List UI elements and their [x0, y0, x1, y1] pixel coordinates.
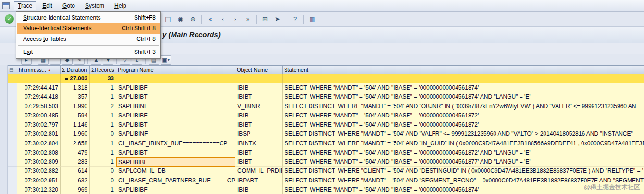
cell-records[interactable]: 1 — [90, 92, 116, 102]
row-select-cell[interactable] — [8, 139, 17, 148]
selection-column-header[interactable]: ▤ — [8, 66, 17, 74]
row-select-cell[interactable] — [8, 167, 17, 176]
cell-time[interactable]: 07:29:58.503 — [17, 102, 61, 111]
cell-time[interactable]: 07:30:02.951 — [17, 176, 61, 185]
cell-object-name[interactable]: IBIBT — [235, 148, 283, 157]
cell-records[interactable]: 1 — [90, 111, 116, 120]
cell-program-name[interactable]: SAPLIBINF — [116, 129, 235, 139]
cell-time[interactable]: 07:30:00.485 — [17, 111, 61, 120]
last-page-button[interactable]: » — [242, 13, 253, 25]
cell-duration[interactable]: 1.990 — [61, 102, 90, 111]
row-select-cell[interactable] — [8, 176, 17, 185]
table-row[interactable]: 07:30:02.9516320CL_IBASE_CRM_PARTNER3_BU… — [8, 176, 644, 185]
cell-time[interactable]: 07:29:44.418 — [17, 92, 61, 102]
cell-statement[interactable]: SELECT DISTINCT WHERE "CLIENT" = '504' A… — [283, 167, 644, 176]
cell-statement[interactable]: SELECT DISTINCT WHERE "MANDT" = '504' AN… — [283, 102, 644, 111]
cell-statement[interactable]: SELECT WHERE "MANDT" = '504' AND "IBASE"… — [283, 148, 644, 157]
cell-time[interactable]: 07:29:44.417 — [17, 83, 61, 92]
table-row[interactable]: 07:29:44.4171.3181SAPLIBIBFIBIBSELECT WH… — [8, 83, 644, 92]
cell-program-name[interactable]: SAPLIBIBF — [116, 185, 235, 194]
cell-duration[interactable]: 479 — [61, 148, 90, 157]
table-row[interactable]: 07:30:02.8084791SAPLIBIBTIBIBTSELECT WHE… — [8, 148, 644, 157]
find-button[interactable]: ◉ — [175, 13, 186, 25]
cell-time[interactable]: 07:30:02.882 — [17, 167, 61, 176]
cell-object-name[interactable]: IBIB — [235, 83, 283, 92]
column-header-records[interactable]: ΣRecords — [90, 66, 116, 74]
row-select-cell[interactable] — [8, 111, 17, 120]
cell-time[interactable]: 07:30:12.320 — [17, 185, 61, 194]
column-header-object[interactable]: Object Name — [235, 66, 283, 74]
cell-time[interactable]: 07:30:02.804 — [17, 139, 61, 148]
row-select-cell[interactable] — [8, 148, 17, 157]
row-select-cell[interactable] — [8, 120, 17, 129]
cell-records[interactable]: 1 — [90, 120, 116, 129]
cell-duration[interactable]: 594 — [61, 111, 90, 120]
cell-records[interactable]: 0 — [90, 167, 116, 176]
menu-edit[interactable]: Edit — [38, 1, 56, 10]
row-select-cell[interactable] — [8, 129, 17, 139]
cell-time[interactable]: 07:30:02.808 — [17, 148, 61, 157]
screen-icon[interactable] — [2, 2, 10, 9]
cell-records[interactable]: 0 — [90, 176, 116, 185]
print-button[interactable]: ▤ — [162, 13, 173, 25]
column-header-time[interactable]: hh:mm:ss...▲ — [17, 66, 61, 74]
column-header-statement[interactable]: Statement — [283, 66, 644, 74]
cell-object-name[interactable]: IBPART — [235, 176, 283, 185]
row-select-cell[interactable] — [8, 83, 17, 92]
cell-object-name[interactable]: IBIB — [235, 185, 283, 194]
cell-duration[interactable]: 632 — [61, 176, 90, 185]
cell-object-name[interactable]: IBIBT — [235, 120, 283, 129]
cell-program-name[interactable]: SAPLIBIBT — [116, 92, 235, 102]
table-row[interactable]: 07:29:44.4183571SAPLIBIBTIBIBTSELECT WHE… — [8, 92, 644, 102]
cell-object-name[interactable]: IBIBT — [235, 157, 283, 167]
help-button[interactable]: ? — [289, 13, 300, 25]
cell-duration[interactable]: 1.318 — [61, 83, 90, 92]
cell-duration[interactable]: 614 — [61, 167, 90, 176]
row-select-cell[interactable] — [8, 92, 17, 102]
cell-time[interactable]: 07:30:02.809 — [17, 157, 61, 167]
cell-time[interactable]: 07:30:02.797 — [17, 120, 61, 129]
cell-program-name[interactable]: SAPLIBIBF — [116, 83, 235, 92]
grid-total-row[interactable]: 27.003 33 — [8, 74, 644, 83]
cell-statement[interactable]: SELECT DISTINCT WHERE "MANDT" = '504' AN… — [283, 139, 644, 148]
row-select-cell[interactable] — [8, 102, 17, 111]
table-row[interactable]: 07:30:12.3209691SAPLIBIBFIBIBSELECT WHER… — [8, 185, 644, 194]
cell-program-name[interactable]: CL_IBASE_CRM_PARTNER3_BUF=====CP — [116, 176, 235, 185]
cell-time[interactable]: 07:30:02.801 — [17, 129, 61, 139]
cell-duration[interactable]: 969 — [61, 185, 90, 194]
menu-trace[interactable]: Trace — [14, 1, 36, 10]
cell-records[interactable]: 1 — [90, 157, 116, 167]
cell-statement[interactable]: SELECT WHERE "MANDT" = '504' AND "IBASE"… — [283, 111, 644, 120]
row-select-cell[interactable] — [8, 185, 17, 194]
cell-object-name[interactable]: IBIBT — [235, 92, 283, 102]
previous-page-button[interactable]: ‹ — [217, 13, 228, 25]
cell-program-name[interactable]: SAPLIBINF — [116, 102, 235, 111]
create-shortcut-button[interactable]: ➤ — [272, 13, 283, 25]
cell-program-name[interactable]: SAPLIBIBT — [116, 120, 235, 129]
cell-program-name[interactable]: SAPLIBIBF — [116, 111, 235, 120]
cell-duration[interactable]: 283 — [61, 157, 90, 167]
cell-records[interactable]: 1 — [90, 83, 116, 92]
cell-records[interactable]: 1 — [90, 139, 116, 148]
table-row[interactable]: 07:30:02.8011.9600SAPLIBINFIBSPSELECT DI… — [8, 129, 644, 139]
menu-goto[interactable]: Goto — [59, 1, 79, 10]
cell-statement[interactable]: SELECT WHERE "MANDT" = '504' AND "IBASE"… — [283, 83, 644, 92]
find-next-button[interactable]: ⊕ — [187, 13, 198, 25]
cell-program-name[interactable]: SAPLIBIBT — [116, 148, 235, 157]
menu-help[interactable]: Help — [111, 1, 130, 10]
cell-object-name[interactable]: COMM_IL_PRDIB — [235, 167, 283, 176]
table-row[interactable]: 07:30:02.8092831SAPLIBIBFIBIBTSELECT WHE… — [8, 157, 644, 167]
cell-statement[interactable]: SELECT WHERE "MANDT" = '504' AND "IBASE"… — [283, 157, 644, 167]
cell-object-name[interactable]: V_IBINR — [235, 102, 283, 111]
enter-button[interactable]: ✓ — [5, 14, 14, 24]
cell-program-name[interactable]: SAPLIBIBF — [116, 157, 235, 167]
menu-item-structure-identical-statements[interactable]: Structure-Identical StatementsShift+F8 — [17, 13, 160, 23]
cell-records[interactable]: 2 — [90, 102, 116, 111]
cell-object-name[interactable]: IBSP — [235, 129, 283, 139]
cell-records[interactable]: 0 — [90, 129, 116, 139]
cell-object-name[interactable]: IBIB — [235, 111, 283, 120]
table-row[interactable]: 07:30:02.8042.6581CL_IBASE_IBINTX_BUF===… — [8, 139, 644, 148]
column-header-duration[interactable]: Σ Duration — [61, 66, 90, 74]
cell-statement[interactable]: SELECT WHERE "MANDT" = '504' AND "IBASE"… — [283, 92, 644, 102]
cell-records[interactable]: 1 — [90, 148, 116, 157]
